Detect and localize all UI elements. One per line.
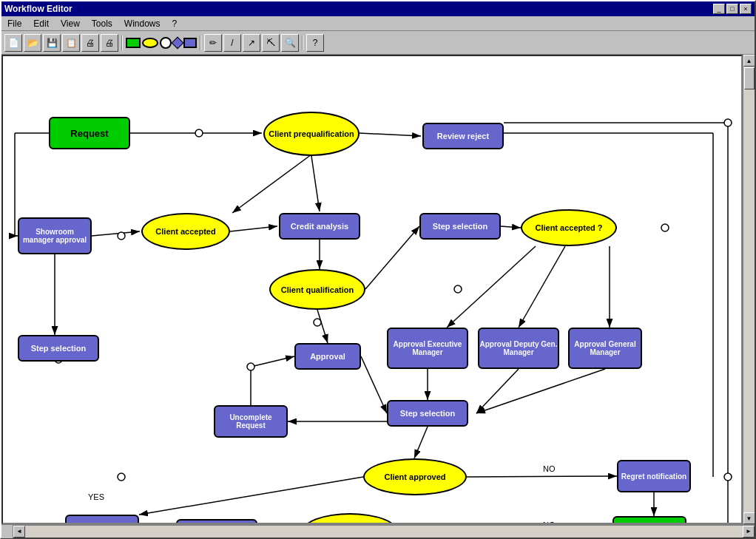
svg-line-21 [476,369,519,413]
showroom-mgr-node[interactable]: Showroom manager approval [18,217,92,254]
approval-deputy-node[interactable]: Approval Deputy Gen. Manager [478,328,559,369]
step-selection4-node[interactable]: Step selection [176,519,257,524]
maximize-button[interactable]: □ [726,4,738,14]
title-text: Workflow Editor [4,4,72,14]
svg-line-18 [317,310,328,343]
svg-line-8 [92,231,140,236]
approval-exec-node[interactable]: Approval Executive Manager [387,328,468,369]
svg-point-41 [314,319,321,326]
svg-line-16 [519,246,565,328]
zoom-button[interactable]: 🔍 [281,34,299,52]
scroll-left-button[interactable]: ◄ [13,526,25,538]
canvas[interactable]: NO NO YES Request Client prequalifi [1,55,743,524]
svg-point-42 [454,285,462,293]
menu-windows[interactable]: Windows [121,18,163,30]
svg-line-27 [467,476,617,477]
svg-line-11 [311,156,320,211]
toolbar: 📄 📂 💾 📋 🖨 🖨 ✏ / ↗ ⛏ 🔍 ? [1,31,755,55]
save-button[interactable]: 💾 [43,34,61,52]
approval-general-label: Approval General Manager [570,340,641,356]
request-node[interactable]: Request [49,117,130,149]
svg-line-25 [251,356,294,367]
minimize-button[interactable]: _ [713,4,725,14]
step-selection2-node[interactable]: Step selection [18,335,99,362]
close-button[interactable]: × [740,4,752,14]
connect-button[interactable]: ↗ [243,34,260,52]
green-node-button[interactable] [126,38,141,48]
step-selection1-node[interactable]: Step selection [419,213,501,240]
client-approved-node[interactable]: Client approved [363,458,467,495]
svg-point-47 [724,473,732,481]
main-window: Workflow Editor _ □ × File Edit View Too… [0,0,756,539]
diamond-button[interactable] [172,36,184,49]
svg-line-28 [139,477,363,515]
separator3 [302,35,303,50]
step-selection1-label: Step selection [433,222,488,231]
svg-text:NO: NO [543,464,556,473]
step-selection2-label: Step selection [31,344,87,353]
menu-view[interactable]: View [58,18,83,30]
uncomplete-req-label: Uncomplete Request [215,413,286,430]
scroll-up-button[interactable]: ▲ [743,55,755,67]
credit-analysis-node[interactable]: Credit analysis [279,213,360,240]
open-button[interactable]: 📂 [24,34,41,52]
approval-notif-node[interactable]: Approval notification to client [65,515,139,524]
vertical-scrollbar: ▲ ▼ [743,55,755,524]
menu-file[interactable]: File [4,18,24,30]
menu-edit[interactable]: Edit [30,18,52,30]
client-accepted1-label: Client accepted [155,227,215,236]
window-controls: _ □ × [713,4,752,14]
client-accepted1-node[interactable]: Client accepted [141,213,230,250]
step-selection3-label: Step selection [400,409,456,418]
svg-line-10 [232,155,311,213]
svg-line-14 [501,226,521,228]
menu-tools[interactable]: Tools [89,18,115,30]
pencil-button[interactable]: ✏ [204,34,222,52]
svg-point-39 [118,232,125,240]
scroll-track-h[interactable] [25,526,743,538]
review-reject-node[interactable]: Review reject [422,123,504,149]
client-accepted2-node[interactable]: Client accepted ? [521,209,617,246]
client-qual-node[interactable]: Client qualification [269,269,365,310]
regret-notif-label: Regret notification [621,472,686,481]
scroll-thumb-v[interactable] [744,67,755,89]
horizontal-scrollbar: ◄ ► [13,525,755,537]
help-button[interactable]: ? [306,34,324,52]
print-button[interactable]: 🖨 [81,34,99,52]
oval-button[interactable] [142,38,158,48]
step-selection3-node[interactable]: Step selection [387,400,468,427]
select-button[interactable]: ⛏ [262,34,280,52]
svg-line-26 [414,427,428,458]
approval-exec-label: Approval Executive Manager [388,340,467,356]
request-label: Request [70,128,108,139]
svg-text:NO: NO [543,521,556,524]
approval-node[interactable]: Approval [294,343,361,370]
regret-notif-node[interactable]: Regret notification [617,460,691,492]
svg-point-46 [118,473,125,481]
print2-button[interactable]: 🖨 [101,34,118,52]
svg-point-45 [661,224,669,231]
svg-line-19 [361,356,387,413]
circle-button[interactable] [160,37,172,49]
scroll-down-button[interactable]: ▼ [743,512,755,524]
client-preq-node[interactable]: Client prequalification [263,112,360,156]
scroll-right-button[interactable]: ► [743,526,755,538]
end-mf-node[interactable]: End (MF) [612,516,686,524]
svg-line-3 [360,133,421,136]
title-bar: Workflow Editor _ □ × [1,1,755,16]
scroll-track-v[interactable] [743,67,755,512]
box-button[interactable] [183,38,197,48]
approval-deputy-label: Approval Deputy Gen. Manager [479,340,558,356]
uncomplete-req-node[interactable]: Uncomplete Request [214,405,288,438]
copy-button[interactable]: 📋 [62,34,80,52]
menu-help[interactable]: ? [169,18,180,30]
review-reject-label: Review reject [437,132,489,140]
approval-general-node[interactable]: Approval General Manager [568,328,642,369]
svg-point-48 [724,119,732,126]
corner-box [1,525,13,538]
svg-point-43 [195,129,203,137]
line-button[interactable]: / [223,34,241,52]
separator1 [121,35,123,50]
bottom-bar: ◄ ► [1,524,755,538]
new-button[interactable]: 📄 [4,34,22,52]
